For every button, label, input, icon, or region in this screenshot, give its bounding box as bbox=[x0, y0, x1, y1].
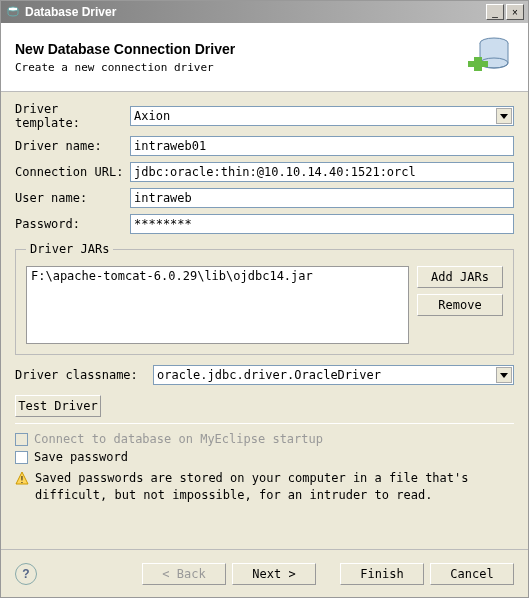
user-input[interactable] bbox=[130, 188, 514, 208]
save-password-checkbox[interactable] bbox=[15, 451, 28, 464]
help-button[interactable]: ? bbox=[15, 563, 37, 585]
password-input[interactable] bbox=[130, 214, 514, 234]
warning-row: ! Saved passwords are stored on your com… bbox=[15, 466, 514, 504]
template-value: Axion bbox=[134, 109, 170, 123]
window-controls: _ × bbox=[486, 4, 524, 20]
connect-startup-label: Connect to database on MyEclipse startup bbox=[34, 432, 323, 446]
finish-button[interactable]: Finish bbox=[340, 563, 424, 585]
save-password-label: Save password bbox=[34, 450, 128, 464]
url-input[interactable] bbox=[130, 162, 514, 182]
next-button[interactable]: Next > bbox=[232, 563, 316, 585]
database-icon bbox=[466, 33, 514, 81]
test-driver-button[interactable]: Test Driver bbox=[15, 395, 101, 417]
page-title: New Database Connection Driver bbox=[15, 41, 458, 57]
add-jars-button[interactable]: Add JARs bbox=[417, 266, 503, 288]
warning-icon: ! bbox=[15, 471, 29, 485]
dialog-window: Database Driver _ × New Database Connect… bbox=[0, 0, 529, 598]
classname-select[interactable]: oracle.jdbc.driver.OracleDriver bbox=[153, 365, 514, 385]
window-title: Database Driver bbox=[25, 5, 486, 19]
list-item[interactable]: F:\apache-tomcat-6.0.29\lib\ojdbc14.jar bbox=[31, 269, 404, 283]
cancel-button[interactable]: Cancel bbox=[430, 563, 514, 585]
close-button[interactable]: × bbox=[506, 4, 524, 20]
wizard-footer: ? < Back Next > Finish Cancel bbox=[1, 549, 528, 597]
jars-fieldset: Driver JARs F:\apache-tomcat-6.0.29\lib\… bbox=[15, 242, 514, 355]
classname-label: Driver classname: bbox=[15, 368, 145, 382]
dropdown-icon[interactable] bbox=[496, 367, 512, 383]
save-password-check-row[interactable]: Save password bbox=[15, 448, 514, 466]
minimize-button[interactable]: _ bbox=[486, 4, 504, 20]
remove-button[interactable]: Remove bbox=[417, 294, 503, 316]
password-label: Password: bbox=[15, 217, 130, 231]
svg-point-0 bbox=[8, 7, 18, 11]
content-area: Driver template: Axion Driver name: Conn… bbox=[1, 92, 528, 504]
classname-value: oracle.jdbc.driver.OracleDriver bbox=[157, 368, 381, 382]
name-label: Driver name: bbox=[15, 139, 130, 153]
app-icon bbox=[5, 4, 21, 20]
url-label: Connection URL: bbox=[15, 165, 130, 179]
connect-startup-checkbox bbox=[15, 433, 28, 446]
dropdown-icon[interactable] bbox=[496, 108, 512, 124]
template-select[interactable]: Axion bbox=[130, 106, 514, 126]
separator bbox=[15, 423, 514, 424]
warning-text: Saved passwords are stored on your compu… bbox=[35, 470, 514, 504]
name-input[interactable] bbox=[130, 136, 514, 156]
titlebar[interactable]: Database Driver _ × bbox=[1, 1, 528, 23]
page-subtitle: Create a new connection driver bbox=[15, 61, 458, 74]
user-label: User name: bbox=[15, 191, 130, 205]
jars-listbox[interactable]: F:\apache-tomcat-6.0.29\lib\ojdbc14.jar bbox=[26, 266, 409, 344]
template-label: Driver template: bbox=[15, 102, 130, 130]
svg-rect-4 bbox=[474, 57, 482, 71]
back-button: < Back bbox=[142, 563, 226, 585]
connect-startup-check-row: Connect to database on MyEclipse startup bbox=[15, 430, 514, 448]
svg-text:!: ! bbox=[19, 475, 24, 485]
header-panel: New Database Connection Driver Create a … bbox=[1, 23, 528, 92]
jars-legend: Driver JARs bbox=[26, 242, 113, 256]
